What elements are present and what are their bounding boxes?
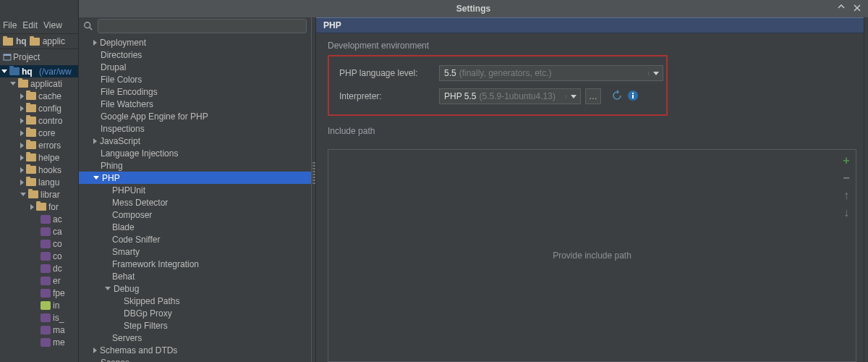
settings-item-step-filters[interactable]: Step Filters <box>79 319 311 332</box>
menu-view[interactable]: View <box>43 20 62 30</box>
chevron-right-icon[interactable] <box>20 93 24 99</box>
tree-file[interactable]: ca <box>53 227 62 237</box>
settings-search-input[interactable] <box>98 19 307 33</box>
settings-item-javascript[interactable]: JavaScript <box>79 135 311 147</box>
settings-item-google-app-engine-for-php[interactable]: Google App Engine for PHP <box>79 110 311 122</box>
chevron-down-icon[interactable] <box>20 193 26 196</box>
breadcrumb-root[interactable]: hq <box>16 36 27 46</box>
tree-file[interactable]: is_ <box>53 313 64 323</box>
browse-button[interactable]: … <box>585 88 601 104</box>
tree-folder[interactable]: langu <box>38 177 59 188</box>
settings-item-label: Blade <box>112 222 135 232</box>
tree-folder[interactable]: contro <box>38 116 62 126</box>
settings-item-inspections[interactable]: Inspections <box>79 122 311 135</box>
settings-item-blade[interactable]: Blade <box>79 221 311 233</box>
chevron-right-icon[interactable] <box>20 167 24 173</box>
settings-item-servers[interactable]: Servers <box>79 332 311 344</box>
settings-item-code-sniffer[interactable]: Code Sniffer <box>79 233 311 245</box>
maximize-button[interactable] <box>835 1 848 14</box>
menu-edit[interactable]: Edit <box>22 20 38 30</box>
close-button[interactable] <box>851 1 864 14</box>
project-icon <box>3 53 12 62</box>
chevron-right-icon[interactable] <box>93 40 97 46</box>
move-down-button[interactable]: ↓ <box>840 206 853 219</box>
settings-item-smarty[interactable]: Smarty <box>79 245 311 258</box>
settings-item-directories[interactable]: Directories <box>79 49 311 61</box>
interpreter-combo[interactable]: PHP 5.5(5.5.9-1ubuntu4.13) <box>439 88 581 104</box>
settings-item-composer[interactable]: Composer <box>79 209 311 221</box>
tree-file[interactable]: co <box>53 251 62 261</box>
settings-item-phpunit[interactable]: PHPUnit <box>79 184 311 196</box>
tree-folder[interactable]: errors <box>38 140 61 151</box>
settings-item-file-watchers[interactable]: File Watchers <box>79 98 311 110</box>
chevron-down-icon[interactable] <box>566 95 580 98</box>
settings-item-framework-integration[interactable]: Framework Integration <box>79 258 311 270</box>
tree-file[interactable]: me <box>53 337 65 348</box>
chevron-right-icon[interactable] <box>30 204 34 210</box>
settings-item-skipped-paths[interactable]: Skipped Paths <box>79 295 311 307</box>
add-button[interactable]: + <box>840 154 853 167</box>
include-path-title: Include path <box>328 126 856 136</box>
tree-file[interactable]: ma <box>53 325 65 335</box>
settings-item-file-encodings[interactable]: File Encodings <box>79 85 311 98</box>
chevron-right-icon[interactable] <box>20 143 24 148</box>
chevron-right-icon[interactable] <box>93 348 97 353</box>
menu-file[interactable]: File <box>3 20 17 30</box>
tree-folder[interactable]: cache <box>38 91 61 101</box>
settings-item-language-injections[interactable]: Language Injections <box>79 147 311 159</box>
chevron-right-icon[interactable] <box>20 130 24 136</box>
remove-button[interactable]: − <box>840 172 853 185</box>
tree-folder[interactable]: librar <box>41 190 60 200</box>
tree-folder[interactable]: helpe <box>38 153 59 163</box>
lang-level-hint: (finally, generators, etc.) <box>459 68 552 78</box>
tree-folder[interactable]: for <box>48 202 59 212</box>
chevron-right-icon[interactable] <box>20 118 24 124</box>
settings-item-scopes[interactable]: Scopes <box>79 356 311 362</box>
refresh-button[interactable] <box>611 90 623 104</box>
chevron-down-icon[interactable] <box>93 176 99 180</box>
settings-tree[interactable]: DeploymentDirectoriesDrupalFile ColorsFi… <box>79 35 311 362</box>
chevron-right-icon[interactable] <box>93 138 97 144</box>
breadcrumb-folder[interactable]: applic <box>43 36 65 46</box>
lang-level-combo[interactable]: 5.5(finally, generators, etc.) <box>439 65 663 81</box>
tree-file[interactable]: co <box>53 239 62 249</box>
settings-item-file-colors[interactable]: File Colors <box>79 73 311 85</box>
chevron-down-icon[interactable] <box>648 72 663 75</box>
settings-item-php[interactable]: PHP <box>79 172 311 184</box>
chevron-down-icon[interactable] <box>10 82 16 85</box>
tree-file[interactable]: fpe <box>53 288 65 298</box>
folder-icon <box>26 141 36 149</box>
tree-file[interactable]: dc <box>53 264 62 274</box>
chevron-right-icon[interactable] <box>20 155 24 161</box>
chevron-right-icon[interactable] <box>20 106 24 111</box>
settings-item-deployment[interactable]: Deployment <box>79 36 311 49</box>
project-root[interactable]: hq <box>22 67 33 77</box>
settings-item-behat[interactable]: Behat <box>79 270 311 282</box>
chevron-right-icon[interactable] <box>20 180 24 185</box>
tree-folder[interactable]: applicati <box>30 79 62 89</box>
info-icon[interactable] <box>627 90 639 104</box>
scrollbar[interactable] <box>864 17 868 362</box>
svg-rect-6 <box>632 93 634 94</box>
svg-line-3 <box>90 28 93 30</box>
tree-folder[interactable]: config <box>38 104 61 114</box>
tree-file[interactable]: ac <box>53 214 62 224</box>
settings-item-debug[interactable]: Debug <box>79 282 311 295</box>
settings-item-schemas-and-dtds[interactable]: Schemas and DTDs <box>79 344 311 356</box>
toolwindow-title[interactable]: Project <box>13 52 40 62</box>
settings-item-mess-detector[interactable]: Mess Detector <box>79 196 311 209</box>
chevron-down-icon[interactable] <box>105 287 111 290</box>
tree-folder[interactable]: core <box>38 128 55 138</box>
tree-file[interactable]: in <box>53 300 59 311</box>
move-up-button[interactable]: ↑ <box>840 189 853 202</box>
settings-item-phing[interactable]: Phing <box>79 159 311 172</box>
tree-file[interactable]: er <box>53 276 61 286</box>
settings-item-dbgp-proxy[interactable]: DBGp Proxy <box>79 307 311 319</box>
project-tree[interactable]: hq (/var/ww applicati cache config contr… <box>0 65 78 362</box>
module-icon <box>9 67 20 75</box>
chevron-down-icon[interactable] <box>1 70 7 73</box>
settings-item-label: DBGp Proxy <box>124 308 172 319</box>
settings-item-drupal[interactable]: Drupal <box>79 61 311 73</box>
include-path-list[interactable]: Provide include path + − ↑ ↓ <box>328 149 856 362</box>
tree-folder[interactable]: hooks <box>38 165 61 175</box>
